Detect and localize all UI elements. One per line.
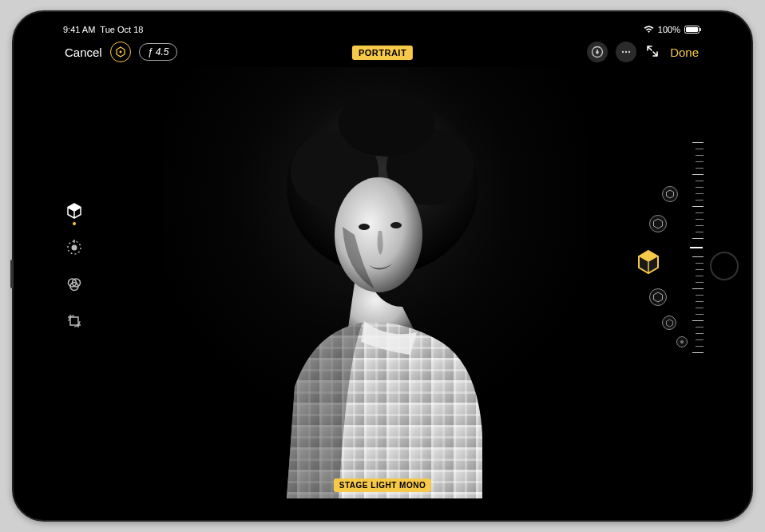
active-indicator-dot [73,222,76,225]
status-battery-pct: 100% [658,25,680,34]
battery-icon [684,26,702,34]
ellipsis-icon [620,46,632,58]
dot-icon [679,339,685,345]
status-date: Tue Oct 18 [100,25,143,34]
status-bar: 9:41 AM Tue Oct 18 100% [55,21,710,37]
hexagon-selected-icon [635,248,662,276]
hexagon-outline-icon [665,189,675,199]
svg-point-6 [622,51,624,53]
svg-point-36 [680,340,684,343]
more-button[interactable] [616,42,636,62]
svg-rect-28 [70,317,78,325]
lighting-option-stage-mono-selected[interactable] [635,248,662,276]
slider-ticks-top [689,142,704,239]
intensity-slider[interactable] [689,142,704,390]
markup-pen-icon [591,46,604,58]
svg-point-7 [625,51,627,53]
svg-marker-35 [666,320,672,327]
hexagon-outline-icon [652,218,664,229]
slider-thumb[interactable] [690,247,703,248]
svg-marker-29 [667,190,674,198]
fullscreen-button[interactable] [644,43,660,62]
portrait-lighting-toggle[interactable] [110,42,131,62]
lighting-option-highkey[interactable] [676,336,688,347]
done-button[interactable]: Done [668,46,700,59]
hexagon-outline-icon [665,319,674,328]
home-button[interactable] [710,252,739,280]
portrait-image [163,67,586,498]
markup-button[interactable] [587,42,608,62]
hexagon-outline-icon [652,292,664,303]
svg-marker-34 [654,292,663,302]
screen: 9:41 AM Tue Oct 18 100% Cancel [55,21,710,511]
svg-point-23 [72,245,77,251]
svg-rect-1 [686,27,698,32]
f-stop-button[interactable]: ƒ 4.5 [139,43,178,61]
lighting-options-wheel[interactable] [601,170,681,362]
portrait-lighting-tool[interactable] [63,200,85,222]
lighting-option-contour[interactable] [649,288,667,306]
svg-point-21 [390,222,402,228]
crop-rotate-icon [65,312,83,330]
mode-badge: PORTRAIT [352,46,413,60]
svg-point-20 [359,224,370,230]
ipad-device-frame: 9:41 AM Tue Oct 18 100% Cancel [12,10,753,522]
editor-top-bar: Cancel ƒ 4.5 PORTRAIT [55,38,710,66]
edit-mode-toolbar [63,200,85,332]
filters-circles-icon [65,276,83,293]
wifi-icon [644,26,654,34]
lighting-option-stage[interactable] [662,316,676,330]
lighting-option-studio[interactable] [649,215,667,232]
adjust-tool[interactable] [63,236,85,259]
adjust-dial-icon [65,239,83,256]
cancel-button[interactable]: Cancel [65,46,102,59]
filters-tool[interactable] [63,273,85,296]
photo-canvas[interactable] [163,67,586,498]
slider-ticks-bottom [689,256,704,353]
svg-point-4 [119,51,121,54]
expand-arrows-icon [644,43,660,59]
lighting-effect-label: STAGE LIGHT MONO [334,478,431,492]
svg-point-8 [628,51,630,53]
device-side-button [10,260,14,288]
cube-icon [65,202,83,220]
crop-tool[interactable] [63,310,85,332]
svg-marker-30 [654,219,663,228]
lighting-option-natural[interactable] [662,186,678,202]
svg-point-18 [339,89,434,157]
hexagon-icon [115,46,126,58]
svg-rect-24 [73,240,75,243]
status-time: 9:41 AM [63,25,95,34]
svg-rect-2 [700,28,702,31]
f-stop-value: ƒ 4.5 [148,46,169,58]
